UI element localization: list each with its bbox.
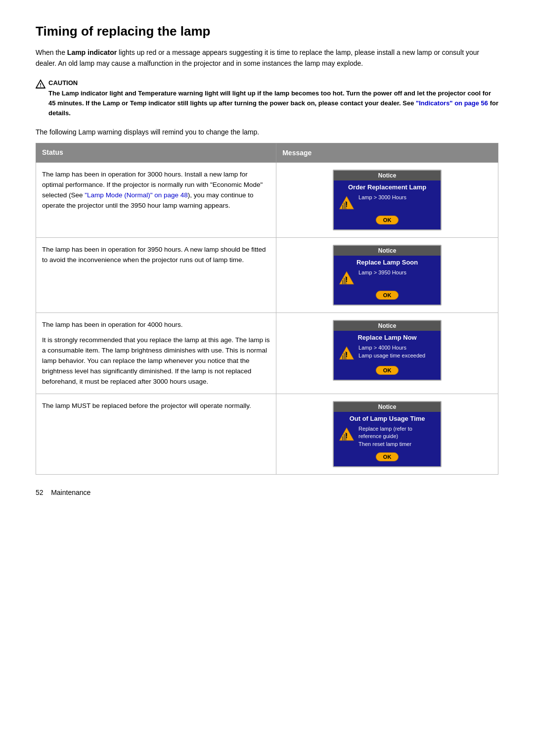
status-cell-1: The lamp has been in operation for 3000 …: [36, 162, 276, 237]
link-lamp-mode-1[interactable]: "Lamp Mode (Normal)" on page 48: [85, 191, 187, 199]
caution-box: ! CAUTION The Lamp indicator light and T…: [36, 79, 498, 118]
notice-box-2: Notice Replace Lamp Soon !: [333, 245, 442, 306]
notice-lines-3: Lamp > 4000 Hours Lamp usage time exceed…: [358, 344, 436, 359]
notice-lines-4: Replace lamp (refer to reference guide) …: [358, 425, 436, 447]
notice-row-1: ! Lamp > 3000 Hours: [339, 194, 436, 211]
intro-text: When the Lamp indicator lights up red or…: [36, 47, 498, 69]
following-text: The following Lamp warning displays will…: [36, 128, 498, 136]
notice-line-4a: Replace lamp (refer to reference guide): [358, 425, 436, 440]
notice-box-3: Notice Replace Lamp Now !: [333, 320, 442, 381]
caution-link[interactable]: "Indicators" on page 56: [416, 99, 488, 107]
footer-page: 52: [36, 489, 44, 496]
notice-body-2: Replace Lamp Soon ! Lamp > 3950 Hours: [334, 256, 441, 305]
notice-line-1a: Lamp > 3000 Hours: [358, 194, 436, 201]
notice-lines-2: Lamp > 3950 Hours: [358, 269, 436, 276]
notice-title-4: Out of Lamp Usage Time: [350, 415, 425, 422]
footer-label: Maintenance: [51, 489, 90, 496]
col-status-header: Status: [36, 143, 276, 163]
notice-triangle-icon-2: !: [339, 270, 355, 286]
message-cell-2: Notice Replace Lamp Soon !: [276, 237, 498, 312]
status-cell-4: The lamp MUST be replaced before the pro…: [36, 394, 276, 475]
table-row: The lamp MUST be replaced before the pro…: [36, 394, 498, 475]
notice-header-1: Notice: [334, 171, 441, 180]
svg-text:!: !: [40, 82, 42, 88]
notice-line-3a: Lamp > 4000 Hours: [358, 344, 436, 351]
notice-body-4: Out of Lamp Usage Time ! Replace lamp (r…: [334, 412, 441, 466]
caution-content: CAUTION The Lamp indicator light and Tem…: [48, 79, 498, 118]
notice-triangle-icon-3: !: [339, 345, 355, 361]
status-cell-3: The lamp has been in operation for 4000 …: [36, 312, 276, 394]
footer: 52 Maintenance: [36, 489, 498, 496]
notice-body-3: Replace Lamp Now ! Lamp > 4000 Hours: [334, 331, 441, 380]
message-cell-4: Notice Out of Lamp Usage Time !: [276, 394, 498, 475]
status-cell-2: The lamp has been in operation for 3950 …: [36, 237, 276, 312]
notice-row-4: ! Replace lamp (refer to reference guide…: [339, 425, 436, 447]
caution-icon: !: [36, 79, 45, 91]
notice-row-2: ! Lamp > 3950 Hours: [339, 269, 436, 286]
notice-line-4b: Then reset lamp timer: [358, 441, 436, 447]
notice-box-1: Notice Order Replacement Lamp !: [333, 170, 442, 230]
notice-line-3b: Lamp usage time exceeded: [358, 352, 436, 359]
notice-triangle-icon-1: !: [339, 195, 355, 211]
notice-triangle-icon-4: !: [339, 426, 355, 442]
notice-title-1: Order Replacement Lamp: [348, 183, 426, 191]
col-message-header: Message: [276, 143, 498, 163]
notice-header-4: Notice: [334, 402, 441, 412]
notice-ok-btn-2[interactable]: OK: [376, 291, 399, 300]
notice-lines-1: Lamp > 3000 Hours: [358, 194, 436, 201]
message-cell-3: Notice Replace Lamp Now !: [276, 312, 498, 394]
message-cell-1: Notice Order Replacement Lamp !: [276, 162, 498, 237]
table-row: The lamp has been in operation for 4000 …: [36, 312, 498, 394]
notice-line-2a: Lamp > 3950 Hours: [358, 269, 436, 276]
caution-label: CAUTION: [48, 79, 498, 87]
notice-ok-btn-1[interactable]: OK: [376, 216, 399, 224]
page-title: Timing of replacing the lamp: [36, 24, 498, 39]
notice-box-4: Notice Out of Lamp Usage Time !: [333, 401, 442, 467]
notice-body-1: Order Replacement Lamp ! Lamp > 3000 Hou…: [334, 180, 441, 229]
notice-ok-btn-3[interactable]: OK: [376, 366, 399, 375]
notice-title-2: Replace Lamp Soon: [356, 259, 418, 266]
notice-ok-btn-4[interactable]: OK: [376, 452, 399, 461]
table-row: The lamp has been in operation for 3950 …: [36, 237, 498, 312]
warning-table: Status Message The lamp has been in oper…: [36, 143, 498, 475]
caution-text: The Lamp indicator light and Temperature…: [48, 89, 498, 118]
notice-header-2: Notice: [334, 246, 441, 256]
notice-title-3: Replace Lamp Now: [357, 334, 416, 341]
notice-row-3: ! Lamp > 4000 Hours Lamp usage time exce…: [339, 344, 436, 361]
table-row: The lamp has been in operation for 3000 …: [36, 162, 498, 237]
notice-header-3: Notice: [334, 321, 441, 331]
